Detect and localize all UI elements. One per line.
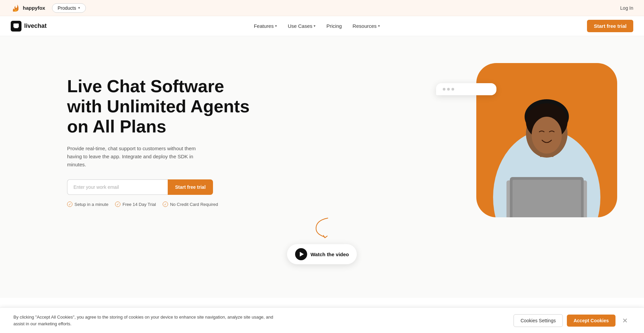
nav-brand: livechat: [11, 21, 47, 32]
login-link[interactable]: Log In: [620, 5, 633, 11]
resources-caret-icon: ▾: [378, 24, 380, 28]
products-caret-icon: ▾: [78, 6, 80, 10]
trial-check-icon: [115, 202, 120, 207]
trial-button[interactable]: Start free trial: [168, 179, 213, 195]
happyfox-logo: happyfox: [11, 3, 45, 13]
happyfox-wordmark: happyfox: [23, 5, 45, 11]
orange-blob: [476, 63, 617, 217]
arrow-container: Watch the video: [287, 217, 357, 264]
setup-check-icon: [67, 202, 72, 207]
play-icon: [295, 248, 307, 260]
badge-setup: Setup in a minute: [67, 202, 108, 207]
features-caret-icon: ▾: [275, 24, 277, 28]
hero-description: Provide real-time, chat support to custo…: [67, 145, 208, 169]
livechat-icon: [11, 21, 21, 32]
top-bar: happyfox Products ▾ Log In: [0, 0, 644, 16]
curved-arrow-icon: [312, 217, 332, 240]
dot-1: [443, 88, 445, 91]
livechat-label: livechat: [24, 22, 47, 30]
nav-features[interactable]: Features ▾: [254, 23, 277, 29]
hero-title: Live Chat Software with Unlimited Agents…: [67, 76, 255, 136]
nav-resources[interactable]: Resources ▾: [353, 23, 380, 29]
chat-dots: [443, 88, 490, 91]
hero-content: Live Chat Software with Unlimited Agents…: [67, 63, 255, 207]
trust-badges: Setup in a minute Free 14 Day Trial No C…: [67, 202, 255, 207]
hero-illustration: [476, 63, 617, 217]
products-button[interactable]: Products ▾: [52, 3, 86, 13]
chat-bubble: [436, 83, 496, 95]
nav-pricing[interactable]: Pricing: [326, 23, 342, 29]
svg-rect-0: [13, 23, 19, 27]
email-input[interactable]: [67, 179, 168, 195]
dot-3: [451, 88, 454, 91]
badge-no-card: No Credit Card Required: [163, 202, 218, 207]
dot-2: [447, 88, 450, 91]
email-form: Start free trial: [67, 179, 255, 195]
hero-image: [456, 63, 617, 231]
use-cases-caret-icon: ▾: [314, 24, 316, 28]
svg-point-6: [532, 117, 562, 154]
watch-video-button[interactable]: Watch the video: [287, 244, 357, 264]
svg-rect-9: [513, 180, 581, 217]
happyfox-icon: [11, 3, 20, 13]
nav-use-cases[interactable]: Use Cases ▾: [288, 23, 316, 29]
no-card-check-icon: [163, 202, 168, 207]
badge-trial: Free 14 Day Trial: [115, 202, 156, 207]
hero-section: Live Chat Software with Unlimited Agents…: [0, 36, 644, 298]
nav-center: Features ▾ Use Cases ▾ Pricing Resources…: [254, 23, 380, 29]
nav-cta-button[interactable]: Start free trial: [587, 20, 633, 32]
main-nav: livechat Features ▾ Use Cases ▾ Pricing …: [0, 16, 644, 36]
